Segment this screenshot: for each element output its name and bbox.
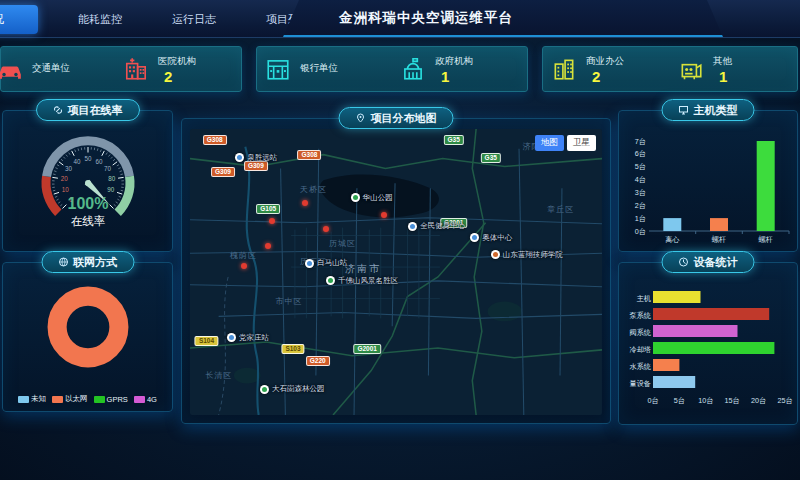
- svg-text:在线率: 在线率: [70, 215, 105, 227]
- poi-label: 华山公园: [363, 193, 393, 203]
- poi-dot-icon: [235, 153, 244, 162]
- app-title: 金洲科瑞中央空调运维平台: [339, 0, 723, 35]
- stat-label: 银行单位: [300, 62, 338, 75]
- panel-title: 设备统计: [694, 255, 738, 270]
- nav-tab-2[interactable]: 能耗监控: [68, 6, 132, 33]
- svg-text:60: 60: [95, 158, 103, 165]
- stat-item-银行单位: 银行单位: [257, 56, 392, 82]
- map-poi-marker[interactable]: 千佛山风景名胜区: [326, 276, 398, 286]
- svg-text:泵系统: 泵系统: [629, 311, 651, 320]
- map-poi-marker[interactable]: 全民健身中心: [408, 221, 465, 231]
- panel-online-rate-header: 项目在线率: [36, 99, 140, 121]
- svg-text:3台: 3台: [635, 188, 646, 197]
- poi-label: 奥体中心: [482, 233, 512, 243]
- svg-text:主机: 主机: [637, 294, 651, 303]
- stat-value: 1: [435, 69, 473, 84]
- svg-text:5台: 5台: [674, 396, 685, 405]
- panel-map-header: 项目分布地图: [339, 107, 454, 129]
- svg-text:30: 30: [65, 165, 73, 172]
- hospital-icon: [123, 56, 149, 82]
- poi-dot-icon: [227, 333, 236, 342]
- svg-text:螺杆: 螺杆: [712, 235, 726, 244]
- network-donut-chart: [3, 277, 172, 381]
- svg-text:4台: 4台: [635, 175, 646, 184]
- map-pin-icon: [356, 113, 366, 123]
- map-poi-marker[interactable]: 华山公园: [351, 193, 393, 203]
- project-marker[interactable]: [269, 218, 275, 224]
- network-legend: 未知以太网GPRS4G: [3, 394, 172, 404]
- svg-text:40: 40: [73, 158, 81, 165]
- legend-swatch: [18, 396, 29, 403]
- stat-label: 政府机构: [435, 55, 473, 68]
- map-poi-marker[interactable]: 党家庄站: [227, 333, 269, 343]
- map-view-button[interactable]: 地图: [535, 135, 564, 151]
- stat-value: 1: [713, 69, 732, 84]
- host-type-bar-chart: 0台1台2台3台4台5台6台7台离心螺杆螺杆: [623, 131, 793, 249]
- map-layer-controls: 地图 卫星: [535, 135, 596, 151]
- panel-title: 联网方式: [73, 255, 117, 270]
- poi-dot-icon: [470, 233, 479, 242]
- svg-text:6台: 6台: [635, 149, 646, 158]
- poi-label: 千佛山风景名胜区: [338, 276, 398, 286]
- svg-text:10: 10: [61, 186, 69, 193]
- stat-item-商业办公: 商业办公2: [543, 55, 670, 84]
- poi-dot-icon: [408, 222, 417, 231]
- road-shield-S103: S103: [281, 344, 304, 354]
- svg-text:水系统: 水系统: [629, 362, 651, 371]
- map-district-label: 章丘区: [547, 204, 574, 215]
- stat-label: 交通单位: [32, 62, 70, 75]
- svg-text:20: 20: [60, 175, 68, 182]
- road-shield-G35: G35: [444, 135, 464, 145]
- project-marker[interactable]: [241, 263, 247, 269]
- map-poi-marker[interactable]: 泉胜远站: [235, 153, 277, 163]
- panel-title: 主机类型: [694, 103, 738, 118]
- svg-text:1台: 1台: [635, 214, 646, 223]
- stat-item-交通单位: 交通单位: [0, 56, 115, 82]
- road-shield-G309: G309: [244, 161, 268, 171]
- panel-device-stats-header: 设备统计: [662, 251, 755, 273]
- map-roads-layer: [190, 129, 602, 415]
- panel-device-stats: 设备统计 主机泵系统阀系统冷却塔水系统量设备0台5台10台15台20台25台: [618, 262, 798, 425]
- map-poi-marker[interactable]: 白马山站: [305, 258, 347, 268]
- road-shield-G2001: G2001: [353, 344, 381, 354]
- project-marker[interactable]: [265, 243, 271, 249]
- map-poi-marker[interactable]: 大石崮森林公园: [260, 384, 325, 394]
- online-rate-gauge: 0102030405060708090100%在线率: [3, 127, 172, 251]
- poi-label: 党家庄站: [239, 333, 269, 343]
- map-district-label: 市中区: [275, 295, 302, 306]
- road-shield-S104: S104: [195, 336, 218, 346]
- map-poi-marker[interactable]: 山东蓝翔技师学院: [491, 250, 563, 260]
- device-stats-bar-chart: 主机泵系统阀系统冷却塔水系统量设备0台5台10台15台20台25台: [623, 283, 793, 422]
- svg-text:25台: 25台: [777, 396, 792, 405]
- map-district-label: 天桥区: [300, 184, 327, 195]
- poi-label: 大石崮森林公园: [272, 384, 325, 394]
- map-poi-marker[interactable]: 奥体中心: [470, 233, 512, 243]
- poi-dot-icon: [326, 276, 335, 285]
- bank-icon: [265, 56, 291, 82]
- project-marker[interactable]: [323, 226, 329, 232]
- legend-item-未知: 未知: [18, 394, 46, 404]
- legend-item-以太网: 以太网: [52, 394, 88, 404]
- poi-dot-icon: [260, 385, 269, 394]
- office-icon: [551, 56, 577, 82]
- legend-item-4G: 4G: [134, 394, 157, 404]
- link-icon: [53, 105, 63, 115]
- app-title-panel: 金洲科瑞中央空调运维平台: [283, 0, 723, 37]
- project-map[interactable]: 地图 卫星 济南市 天桥区历城区历下区槐荫区市中区长清区章丘区济阳区G308G3…: [190, 129, 602, 415]
- project-marker[interactable]: [302, 200, 308, 206]
- nav-tab-3[interactable]: 运行日志: [162, 6, 226, 33]
- project-marker[interactable]: [381, 212, 387, 218]
- panel-online-rate: 项目在线率 0102030405060708090100%在线率: [2, 110, 173, 252]
- stat-item-其他: 其他1: [670, 55, 797, 84]
- satellite-view-button[interactable]: 卫星: [567, 135, 596, 151]
- legend-swatch: [134, 396, 145, 403]
- poi-label: 全民健身中心: [420, 221, 465, 231]
- panel-title: 项目在线率: [68, 103, 123, 118]
- map-district-label: 槐荫区: [230, 249, 257, 260]
- svg-text:15台: 15台: [725, 396, 740, 405]
- poi-dot-icon: [305, 259, 314, 268]
- nav-tab-1[interactable]: 概况: [0, 5, 38, 34]
- monitor-icon: [679, 105, 689, 115]
- poi-dot-icon: [351, 193, 360, 202]
- panel-map: 项目分布地图: [181, 118, 611, 424]
